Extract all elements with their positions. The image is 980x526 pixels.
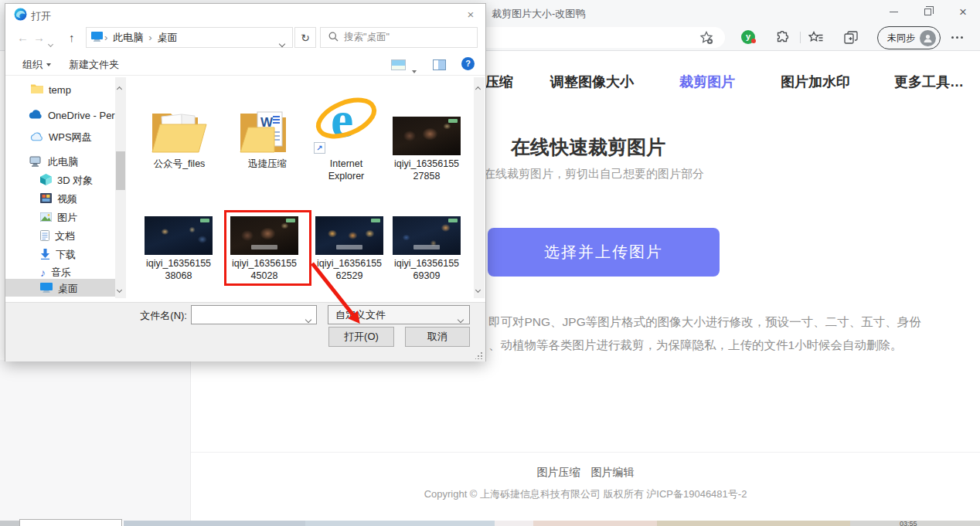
tab-more-tools[interactable]: 更多工具… [894,73,964,91]
filename-input[interactable] [191,305,317,324]
description-line-1: 即可对PNG、JPG等图片格式的图像大小进行修改，预设一寸、二寸、五寸、身份 [488,314,921,331]
browser-tab-title[interactable]: 裁剪图片大小-改图鸭 [492,7,585,21]
shortcut-arrow-icon: ↗ [314,142,325,154]
sidebar-item-onedrive[interactable]: OneDrive - Perso [28,107,125,124]
subtitle-overlay [336,245,362,249]
file-item-iqiyi-69309[interactable]: iqiyi_1635615569309 [390,216,464,282]
favorites-icon[interactable] [808,31,824,48]
iqiyi-logo-icon [371,219,380,222]
upload-image-button[interactable]: 选择并上传图片 [488,228,720,277]
breadcrumb-desktop[interactable]: 桌面 [154,31,182,45]
sidebar-item-downloads[interactable]: 下载 [40,246,76,263]
close-icon: × [959,5,967,19]
internet-explorer-icon: e ↗ [314,89,379,155]
dialog-title: 打开 [31,9,51,23]
file-item-iqiyi-38068[interactable]: iqiyi_1635615538068 [141,216,216,282]
help-icon[interactable]: ? [461,57,475,70]
videos-icon [40,193,52,205]
extensions-icon[interactable] [775,31,789,48]
filelist-scrollbar[interactable] [474,77,485,298]
file-item-xunjieyasuo[interactable]: W 迅捷压缩 [230,87,305,171]
scroll-down-icon[interactable] [476,281,480,295]
scroll-up-icon[interactable] [117,80,121,94]
downloads-icon [40,249,50,262]
tab-resize[interactable]: 调整图像大小 [550,73,634,91]
iqiyi-logo-icon [448,219,458,222]
sidebar-item-desktop[interactable]: 桌面 [40,280,78,297]
preview-pane-icon[interactable] [433,59,446,70]
dialog-close-button[interactable]: × [462,7,479,22]
desktop-icon [40,283,53,295]
page-footer: 图片压缩图片编辑 Copyright © 上海砾捷信息科技有限公司 版权所有 沪… [191,452,980,501]
iqiyi-logo-icon [200,219,209,222]
thumbnail-view-icon[interactable] [391,59,406,70]
sidebar-item-documents[interactable]: 文档 [40,228,75,245]
browser-menu-icon[interactable] [951,36,963,39]
image-thumbnail [393,117,461,155]
organize-button[interactable]: 组织 [22,58,51,72]
image-thumbnail [315,216,383,255]
filetype-dropdown-icon[interactable] [458,311,463,325]
add-favorite-icon[interactable] [699,31,713,48]
up-icon[interactable]: ↑ [69,31,75,44]
sidebar-item-videos[interactable]: 视频 [40,191,77,208]
sidebar-item-music[interactable]: ♪ 音乐 [40,264,71,281]
dialog-nav-row: ← → ↑ › 此电脑 › 桌面 ↻ 搜索"桌面" [5,25,485,52]
file-item-internet-explorer[interactable]: e ↗ InternetExplorer [309,87,383,182]
footer-link-compress[interactable]: 图片压缩 [537,466,580,478]
scroll-up-icon[interactable] [476,80,480,94]
tab-crop[interactable]: 裁剪图片 [679,73,735,91]
view-dropdown-icon[interactable] [412,63,417,76]
documents-icon [40,230,49,243]
refresh-icon: ↻ [301,32,310,44]
annotation-highlight-box [224,210,311,286]
profile-button[interactable]: 未同步 [877,26,941,49]
this-pc-icon [29,156,43,169]
window-restore-button[interactable] [912,0,943,23]
sidebar-item-3d-objects[interactable]: 3D 对象 [40,172,93,189]
iqiyi-logo-icon [448,119,458,123]
refresh-button[interactable]: ↻ [294,27,316,48]
new-folder-button[interactable]: 新建文件夹 [69,58,119,72]
dialog-toolbar: 组织 新建文件夹 ? [5,53,485,76]
file-item-gongzhonghao[interactable]: 公众号_files [142,87,216,171]
filmstrip-white-box [19,519,122,526]
resize-grip[interactable] [475,351,483,359]
tab-compress[interactable]: 压缩 [485,73,513,91]
search-icon [328,31,339,45]
cancel-button[interactable]: 取消 [405,327,470,347]
scroll-down-icon[interactable] [117,281,121,295]
open-file-dialog: 打开 × ← → ↑ › 此电脑 › 桌面 ↻ [5,3,486,361]
search-box[interactable]: 搜索"桌面" [320,27,478,48]
file-item-iqiyi-27858[interactable]: iqiyi_1635615527858 [390,87,464,182]
image-thumbnail [393,216,461,255]
tab-watermark[interactable]: 图片加水印 [781,73,850,91]
extension-y-icon[interactable]: y [741,30,755,44]
restore-icon [924,8,931,15]
back-icon[interactable]: ← [17,31,29,44]
forward-icon[interactable]: → [33,31,45,44]
image-thumbnail [145,216,213,255]
word-folder-icon: W [230,87,305,155]
dialog-titlebar[interactable]: 打开 × [5,4,485,25]
sidebar-scrollbar[interactable] [115,77,126,298]
annotation-arrow [305,256,375,338]
sidebar-item-pictures[interactable]: 图片 [40,209,77,226]
video-filmstrip [0,521,980,526]
caret-down-icon [46,63,51,66]
sidebar-item-wps-cloud[interactable]: WPS网盘 [29,129,92,146]
collections-icon[interactable] [844,31,859,48]
history-chevron-icon[interactable] [49,36,53,49]
breadcrumb-this-pc[interactable]: 此电脑 [109,31,147,45]
filename-label: 文件名(N): [97,309,187,323]
sidebar-item-this-pc[interactable]: 此电脑 [29,154,78,171]
footer-link-edit[interactable]: 图片编辑 [591,466,635,478]
sidebar-item-temp[interactable]: temp [31,81,71,98]
breadcrumb[interactable]: › 此电脑 › 桌面 [86,27,293,48]
window-minimize-button[interactable] [878,0,909,23]
window-close-button[interactable]: × [948,0,978,23]
page-subtitle: 在线裁剪图片，剪切出自己想要的图片部分 [484,167,704,182]
video-timestamp: 03:55 [900,520,917,526]
breadcrumb-dropdown-icon[interactable] [280,36,284,49]
scrollbar-thumb[interactable] [116,151,125,190]
